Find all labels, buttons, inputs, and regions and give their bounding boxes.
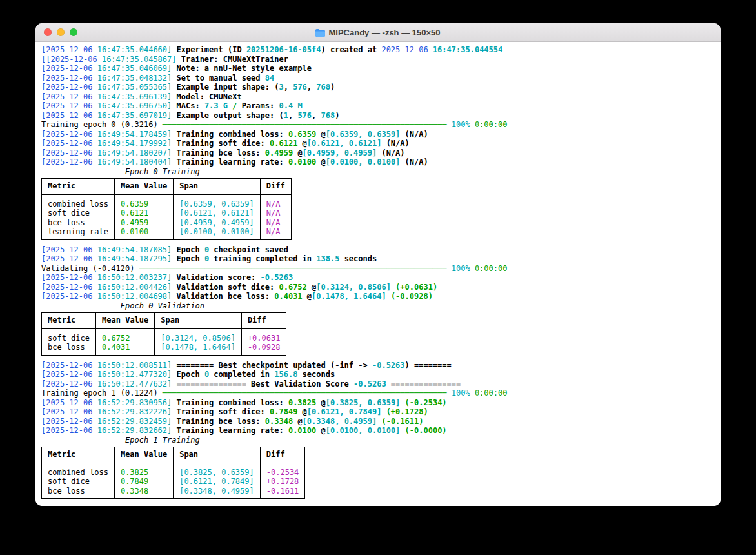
- text-segment: 16:49:54.180207]: [97, 148, 172, 157]
- table-cell: 0.7849: [114, 477, 173, 487]
- text-segment: @: [293, 148, 302, 157]
- terminal-line: [2025-12-06 16:47:35.696139] Model: CMUN…: [41, 92, 721, 102]
- text-segment: Validation soft dice:: [172, 283, 279, 292]
- table-cell: bce loss: [42, 218, 115, 228]
- text-segment: Epoch: [172, 370, 204, 379]
- terminal-window: MIPCandy — -zsh — 150×50 [2025-12-06 16:…: [35, 23, 721, 506]
- text-segment: 16:47:35.696139]: [97, 92, 172, 101]
- terminal-line: [2025-12-06 16:49:54.179992] Training so…: [41, 139, 721, 148]
- text-segment: [2025-12-06: [41, 292, 97, 301]
- text-segment: 0:00:00: [470, 264, 508, 273]
- terminal-output[interactable]: [2025-12-06 16:47:35.044660] Experiment …: [35, 42, 721, 506]
- text-segment: training completed in: [209, 254, 316, 263]
- text-segment: ,: [288, 111, 297, 120]
- table-cell: -0.1611: [260, 487, 305, 499]
- terminal-line: [2025-12-06 16:49:54.180404] Training le…: [41, 157, 721, 167]
- minimize-button[interactable]: [57, 28, 65, 36]
- table-cell: 0.6752: [96, 328, 155, 343]
- terminal-line: [2025-12-06 16:50:12.003237] Validation …: [41, 273, 721, 283]
- traffic-lights: [44, 23, 77, 41]
- text-segment: 0.4959: [265, 148, 293, 157]
- text-segment: 576: [293, 83, 307, 92]
- text-segment: (-0.2534): [400, 398, 446, 407]
- text-segment: Training bce loss:: [172, 417, 265, 426]
- text-segment: 16:52:29.832459]: [97, 417, 172, 426]
- table-cell: 0.6359: [114, 194, 173, 208]
- text-segment: Epoch: [172, 245, 204, 254]
- table-cell: 0.3825: [114, 463, 173, 477]
- text-segment: 16:49:54.178459]: [97, 130, 172, 139]
- text-segment: @: [297, 139, 306, 148]
- text-segment: [0.3825, 0.6359]: [326, 398, 401, 407]
- terminal-line: [2025-12-06 16:52:29.832662] Training le…: [41, 426, 721, 436]
- text-segment: Example output shape: (: [172, 111, 283, 120]
- terminal-line: [2025-12-06 16:47:35.046069] Note: a nnU…: [41, 64, 721, 74]
- table-cell: soft dice: [42, 208, 115, 218]
- text-segment: 16:47:35.696750]: [97, 101, 172, 110]
- table-cell: 0.6121: [114, 208, 173, 218]
- text-segment: MACs:: [172, 101, 204, 110]
- table-cell: [0.1478, 1.6464]: [155, 343, 242, 355]
- terminal-line: [2025-12-06 16:50:12.477320] Epoch 0 com…: [41, 370, 721, 379]
- text-segment: [2025-12-06: [41, 45, 97, 54]
- text-segment: [2025-12-06: [41, 64, 97, 73]
- text-segment: [2025-12-06: [41, 148, 97, 157]
- terminal-line: [2025-12-06 16:49:54.187085] Epoch 0 che…: [41, 245, 721, 255]
- text-segment: [2025-12-06: [41, 92, 97, 101]
- text-segment: ): [335, 111, 339, 120]
- table-cell: soft dice: [42, 477, 115, 487]
- table-cell: +0.1728: [260, 477, 305, 487]
- text-segment: 0.0100: [288, 157, 316, 166]
- column-header: Diff: [260, 447, 305, 463]
- text-segment: (N/A): [400, 130, 428, 139]
- table-cell: N/A: [260, 227, 291, 239]
- text-segment: [2025-12-06: [41, 361, 97, 370]
- text-segment: 16:50:12.477320]: [97, 370, 172, 379]
- text-segment: Validation bce loss:: [172, 292, 274, 301]
- terminal-line: [2025-12-06 16:47:35.055365] Example inp…: [41, 83, 721, 92]
- terminal-line: [2025-12-06 16:49:54.180207] Training bc…: [41, 148, 721, 158]
- column-header: Metric: [42, 313, 96, 329]
- text-segment: 16:52:29.832226]: [97, 407, 172, 416]
- text-segment: 0.6752: [279, 283, 306, 292]
- text-segment: @: [316, 157, 325, 166]
- table-cell: learning rate: [42, 227, 115, 239]
- text-segment: -0.5263: [261, 273, 293, 282]
- text-segment: (N/A): [400, 157, 428, 166]
- text-segment: 0.6359: [288, 130, 316, 139]
- folder-icon: [315, 29, 325, 37]
- table-cell: [0.6359, 0.6359]: [174, 194, 261, 208]
- terminal-line: [2025-12-06 16:50:12.004698] Validation …: [41, 292, 721, 301]
- table-cell: soft dice: [42, 328, 96, 343]
- window-titlebar: MIPCandy — -zsh — 150×50: [35, 23, 721, 42]
- table-caption: Epoch 0 Validation: [41, 301, 721, 311]
- text-segment: Model: CMUNeXt: [172, 92, 241, 101]
- terminal-line: [2025-12-06 16:49:54.178459] Training co…: [41, 130, 721, 139]
- text-segment: @: [316, 398, 325, 407]
- text-segment: -0.5263: [353, 379, 386, 388]
- text-segment: Validation score:: [172, 273, 260, 282]
- terminal-line: [[2025-12-06 16:47:35.045867] Trainer: C…: [41, 55, 721, 65]
- table-cell: 0.4031: [96, 343, 155, 355]
- column-header: Span: [155, 313, 242, 329]
- text-segment: 16:50:12.477632]: [97, 379, 172, 388]
- terminal-line: [2025-12-06 16:47:35.696750] MACs: 7.3 G…: [41, 101, 721, 111]
- text-segment: [2025-12-06: [41, 417, 97, 426]
- text-segment: Set to manual seed: [172, 74, 265, 83]
- terminal-line: [2025-12-06 16:47:35.048132] Set to manu…: [41, 74, 721, 83]
- terminal-line: [2025-12-06 16:52:29.832226] Training so…: [41, 407, 721, 417]
- text-segment: [2025-12-06: [41, 254, 97, 263]
- text-segment: @: [316, 130, 325, 139]
- text-segment: (-0.0000): [400, 426, 446, 435]
- text-segment: 16:49:54.187085]: [97, 245, 172, 254]
- text-segment: Training soft dice:: [172, 407, 270, 416]
- progress-bar: ────────────────────────────────────────…: [163, 388, 447, 398]
- text-segment: (N/A): [381, 139, 409, 148]
- close-button[interactable]: [44, 28, 52, 36]
- table-cell: N/A: [260, 208, 291, 218]
- window-title: MIPCandy — -zsh — 150×50: [315, 28, 440, 37]
- zoom-button[interactable]: [70, 28, 77, 36]
- text-segment: [0.3124, 0.8506]: [316, 283, 391, 292]
- text-segment: 20251206-16-05f4: [246, 45, 321, 54]
- table-row: bce loss0.3348[0.3348, 0.4959]-0.1611: [42, 487, 305, 499]
